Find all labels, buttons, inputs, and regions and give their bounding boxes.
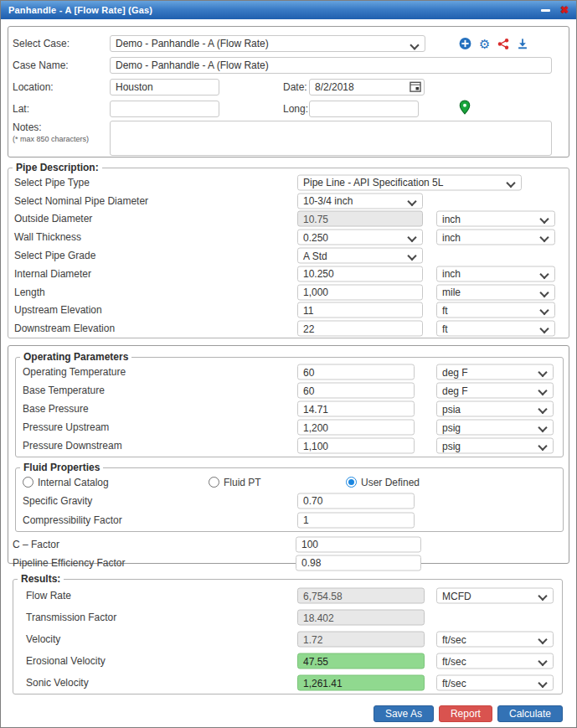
- field-label: Erosional Velocity: [26, 655, 106, 667]
- download-icon[interactable]: [517, 38, 528, 49]
- pipeline-efficiency-input[interactable]: [296, 555, 421, 571]
- case-name-row: Case Name:: [8, 54, 569, 76]
- field-label: Base Temperature: [23, 385, 105, 396]
- base-temperature-unit-dropdown[interactable]: deg F: [436, 383, 554, 399]
- operating-temperature-input[interactable]: [297, 364, 415, 380]
- long-input[interactable]: [309, 101, 419, 117]
- pipe-type-row: Select Pipe Type Pipe Line - API Specifi…: [10, 173, 567, 192]
- field-label: Base Pressure: [23, 403, 89, 415]
- pipe-type-dropdown[interactable]: Pipe Line - API Specification 5L: [297, 174, 522, 190]
- share-icon[interactable]: [497, 38, 509, 49]
- specific-gravity-row: Specific Gravity: [18, 491, 561, 510]
- compressibility-factor-row: Compressibility Factor: [18, 510, 561, 529]
- base-pressure-unit-dropdown[interactable]: psia: [436, 401, 554, 417]
- wall-thickness-row: Wall Thickness 0.250 inch: [10, 228, 567, 246]
- map-pin-icon[interactable]: [459, 100, 471, 118]
- velocity-unit-dropdown[interactable]: ft/sec: [436, 632, 554, 648]
- radio-user-defined[interactable]: User Defined: [346, 477, 420, 488]
- flow-rate-row: Flow Rate MCFD: [15, 585, 560, 607]
- select-case-dropdown[interactable]: Demo - Panhandle - A (Flow Rate): [110, 35, 425, 52]
- nominal-diameter-dropdown[interactable]: 10-3/4 inch: [297, 193, 423, 209]
- field-label: Operating Temperature: [23, 366, 126, 378]
- base-temperature-input[interactable]: [297, 383, 415, 399]
- fluid-properties-legend: Fluid Properties: [20, 462, 103, 473]
- case-name-input[interactable]: [110, 57, 552, 74]
- location-label: Location:: [13, 81, 54, 93]
- internal-diameter-unit-dropdown[interactable]: inch: [436, 266, 555, 281]
- results-legend: Results:: [18, 573, 64, 585]
- transmission-factor-output: [297, 610, 425, 626]
- chevron-down-icon: [539, 214, 549, 224]
- pipe-description-section: Pipe Description: Select Pipe Type Pipe …: [8, 162, 569, 338]
- downstream-elevation-row: Downstream Elevation ft: [10, 319, 567, 338]
- length-input[interactable]: [297, 284, 423, 300]
- operating-temperature-unit-dropdown[interactable]: deg F: [436, 364, 554, 380]
- wall-thickness-unit-dropdown[interactable]: inch: [436, 230, 555, 245]
- wall-thickness-dropdown[interactable]: 0.250: [297, 230, 423, 245]
- radio-fluid-pt[interactable]: Fluid PT: [209, 477, 261, 488]
- plus-circle-icon[interactable]: [459, 38, 471, 50]
- downstream-elevation-unit-dropdown[interactable]: ft: [436, 321, 555, 337]
- pipe-grade-dropdown[interactable]: A Std: [297, 248, 423, 264]
- notes-textarea[interactable]: [110, 121, 552, 156]
- c-factor-input[interactable]: [296, 536, 421, 552]
- field-label: Outside Diameter: [14, 213, 92, 225]
- calendar-icon[interactable]: [409, 81, 422, 93]
- erosional-velocity-unit-dropdown[interactable]: ft/sec: [436, 653, 554, 669]
- field-label: Length: [14, 287, 45, 298]
- case-info-panel: Select Case: Demo - Panhandle - A (Flow …: [8, 26, 569, 157]
- location-date-row: Location: Date:: [8, 76, 569, 98]
- outside-diameter-unit-dropdown[interactable]: inch: [436, 211, 555, 227]
- specific-gravity-input[interactable]: [297, 493, 415, 509]
- fluid-source-radio-group: Internal Catalog Fluid PT User Defined: [18, 473, 561, 491]
- chevron-down-icon: [506, 178, 515, 188]
- pipe-grade-row: Select Pipe Grade A Std: [10, 246, 567, 265]
- outside-diameter-input: [297, 211, 423, 227]
- flow-rate-unit-dropdown[interactable]: MCFD: [436, 588, 554, 604]
- pressure-upstream-unit-dropdown[interactable]: psig: [436, 420, 554, 436]
- sonic-velocity-unit-dropdown[interactable]: ft/sec: [436, 675, 554, 691]
- chevron-down-icon: [538, 441, 547, 451]
- operating-parameters-section: Operating Parameters Operating Temperatu…: [15, 351, 564, 457]
- chevron-down-icon: [538, 423, 547, 432]
- gear-icon[interactable]: ⚙: [479, 38, 490, 50]
- outside-diameter-row: Outside Diameter inch: [10, 210, 567, 229]
- field-label: Select Pipe Type: [14, 177, 90, 188]
- close-button[interactable]: ✖: [560, 5, 569, 15]
- notes-row: Notes: (* max 850 characters): [8, 120, 569, 142]
- chevron-down-icon: [539, 306, 549, 315]
- date-input[interactable]: [309, 79, 425, 96]
- minimize-button[interactable]: [541, 9, 550, 12]
- length-unit-dropdown[interactable]: mile: [436, 284, 555, 300]
- radio-internal-catalog[interactable]: Internal Catalog: [23, 477, 109, 488]
- pressure-upstream-input[interactable]: [297, 420, 415, 436]
- length-row: Length mile: [10, 283, 567, 302]
- erosional-velocity-output: [297, 653, 425, 669]
- upstream-elevation-unit-dropdown[interactable]: ft: [436, 302, 555, 318]
- compressibility-factor-input[interactable]: [297, 512, 415, 528]
- notes-hint: (* max 850 characters): [13, 135, 89, 143]
- upstream-elevation-input[interactable]: [297, 302, 423, 318]
- internal-diameter-input[interactable]: [297, 266, 423, 281]
- velocity-row: Velocity ft/sec: [15, 628, 560, 650]
- calculate-button[interactable]: Calculate: [497, 705, 563, 722]
- date-field: [309, 79, 425, 96]
- downstream-elevation-input[interactable]: [297, 321, 423, 337]
- location-input[interactable]: [110, 79, 219, 96]
- radio-icon: [209, 477, 219, 488]
- report-button[interactable]: Report: [439, 705, 492, 722]
- pressure-downstream-input[interactable]: [297, 438, 415, 454]
- base-pressure-input[interactable]: [297, 401, 415, 417]
- pressure-downstream-unit-dropdown[interactable]: psig: [436, 438, 554, 454]
- long-label: Long:: [283, 103, 308, 115]
- chevron-down-icon: [410, 40, 419, 49]
- save-as-button[interactable]: Save As: [374, 705, 434, 722]
- nominal-diameter-row: Select Nominal Pipe Diameter 10-3/4 inch: [10, 192, 567, 210]
- field-label: Wall Thickness: [14, 231, 81, 243]
- sonic-velocity-row: Sonic Velocity ft/sec: [15, 672, 560, 694]
- field-label: Downstream Elevation: [14, 323, 115, 334]
- field-label: Transmission Factor: [26, 612, 116, 623]
- lat-input[interactable]: [110, 101, 219, 117]
- field-label: C – Factor: [13, 539, 59, 550]
- pipeline-efficiency-row: Pipeline Efficiency Factor: [8, 555, 569, 571]
